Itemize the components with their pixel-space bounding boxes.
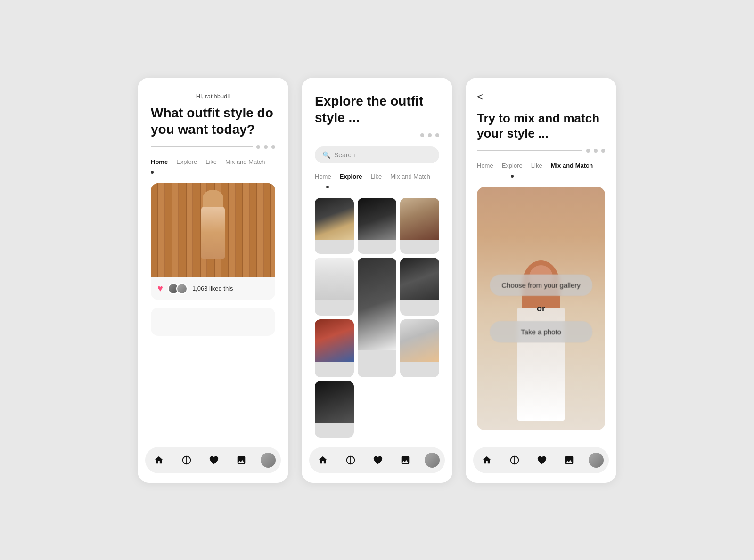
tab-indicator-explore xyxy=(162,171,165,174)
explore-nav-heart[interactable] xyxy=(369,452,386,469)
explore-title: Explore the outfit style ... xyxy=(315,93,439,126)
tab-mix-match[interactable]: Mix and Match xyxy=(225,158,265,167)
tab-indicator-mix xyxy=(185,171,188,174)
home-nav-tabs: Home Explore Like Mix and Match xyxy=(151,158,275,167)
outfit-likes: ♥ 1,063 liked this xyxy=(151,277,275,300)
photo-button[interactable]: Take a photo xyxy=(490,321,592,342)
search-label: Search xyxy=(334,151,355,159)
grid-item-6[interactable] xyxy=(400,258,439,316)
tab-explore-home[interactable]: Home xyxy=(315,173,331,182)
explore-nav-image[interactable] xyxy=(397,452,414,469)
mix-match-screen: < Try to mix and match your style ... Ho… xyxy=(466,78,616,483)
grid-item-2[interactable] xyxy=(358,198,397,254)
mix-actions: Choose from your gallery or Take a photo xyxy=(490,274,592,342)
explore-dot-2 xyxy=(428,133,432,137)
tab-indicator-home xyxy=(151,171,154,174)
explore-tab-indicators xyxy=(315,186,439,188)
grid-item-7[interactable] xyxy=(315,319,354,377)
grid-item-5[interactable] xyxy=(358,258,397,378)
grid-item-1[interactable] xyxy=(315,198,354,254)
tab-home[interactable]: Home xyxy=(151,158,168,167)
photo-button-label: Take a photo xyxy=(521,327,561,335)
outfit-card[interactable]: ♥ 1,063 liked this xyxy=(151,183,275,300)
mix-title: Try to mix and match your style ... xyxy=(477,111,605,141)
mix-nav-tabs: Home Explore Like Mix and Match xyxy=(477,162,605,171)
tab-mix-home[interactable]: Home xyxy=(477,162,493,171)
grid-image-3 xyxy=(400,198,439,240)
mix-nav-avatar[interactable] xyxy=(589,453,604,468)
mix-nav-image[interactable] xyxy=(561,452,578,469)
tab-mix-mix[interactable]: Mix and Match xyxy=(551,162,593,171)
mix-tab-dot-home xyxy=(477,175,480,178)
search-bar[interactable]: 🔍 Search xyxy=(315,146,439,163)
avatar-stack xyxy=(168,283,188,294)
mix-tab-dot-mix xyxy=(511,175,514,178)
gallery-button-label: Choose from your gallery xyxy=(501,281,581,289)
mix-nav-home[interactable] xyxy=(478,452,495,469)
home-title: What outfit style do you want today? xyxy=(151,105,275,138)
tab-mix-explore[interactable]: Explore xyxy=(502,162,523,171)
explore-tab-dot-home xyxy=(315,186,318,188)
mix-tab-dot-like xyxy=(500,175,502,178)
tab-explore-like[interactable]: Like xyxy=(370,173,382,182)
gallery-button[interactable]: Choose from your gallery xyxy=(490,274,592,296)
likes-count: 1,063 liked this xyxy=(192,285,233,292)
explore-tab-dot-explore xyxy=(326,186,329,188)
mix-divider-line xyxy=(477,150,582,151)
grid-item-4[interactable] xyxy=(315,258,354,316)
mix-nav-heart[interactable] xyxy=(533,452,550,469)
tab-explore-mix[interactable]: Mix and Match xyxy=(390,173,430,182)
grid-image-2 xyxy=(358,198,397,240)
dot-3 xyxy=(271,145,275,149)
nav-globe-icon[interactable] xyxy=(178,452,195,469)
nav-home-icon[interactable] xyxy=(150,452,167,469)
mix-nav-globe[interactable] xyxy=(506,452,523,469)
explore-nav-globe[interactable] xyxy=(342,452,359,469)
explore-divider xyxy=(315,133,439,137)
empty-card xyxy=(151,308,275,336)
tab-explore[interactable]: Explore xyxy=(176,158,197,167)
explore-nav-avatar[interactable] xyxy=(425,453,440,468)
explore-divider-line xyxy=(315,135,417,135)
grid-image-6 xyxy=(400,258,439,300)
mix-tab-indicators xyxy=(477,175,605,178)
nav-heart-icon[interactable] xyxy=(205,452,222,469)
back-button[interactable]: < xyxy=(477,91,492,103)
nav-image-icon[interactable] xyxy=(233,452,250,469)
home-bottom-nav xyxy=(145,447,281,473)
explore-nav-home[interactable] xyxy=(314,452,331,469)
explore-tab-dot-mix xyxy=(349,186,352,188)
divider xyxy=(151,145,275,149)
person-figure xyxy=(194,193,232,277)
tab-like[interactable]: Like xyxy=(205,158,217,167)
tab-indicator-row xyxy=(151,171,275,174)
or-separator: or xyxy=(537,303,545,313)
masonry-grid xyxy=(315,198,439,438)
grid-item-8[interactable] xyxy=(400,319,439,377)
explore-nav-tabs: Home Explore Like Mix and Match xyxy=(315,173,439,182)
heart-icon: ♥ xyxy=(157,283,163,294)
grid-image-4 xyxy=(315,258,354,300)
avatar-2 xyxy=(176,283,188,294)
nav-profile-avatar[interactable] xyxy=(261,453,276,468)
dot-2 xyxy=(264,145,268,149)
explore-bottom-nav xyxy=(309,447,445,473)
grid-image-9 xyxy=(315,381,354,423)
mix-bottom-nav xyxy=(473,447,609,473)
explore-tab-dot-like xyxy=(337,186,340,188)
explore-dot-1 xyxy=(420,133,424,137)
mix-dot-2 xyxy=(594,149,598,153)
greeting-text: Hi, ratihbudii xyxy=(151,93,275,100)
tab-indicator-like xyxy=(173,171,176,174)
grid-image-1 xyxy=(315,198,354,240)
tab-mix-like[interactable]: Like xyxy=(531,162,542,171)
explore-dot-3 xyxy=(435,133,439,137)
tab-explore-explore[interactable]: Explore xyxy=(340,173,362,182)
home-screen: Hi, ratihbudii What outfit style do you … xyxy=(138,78,288,483)
figure-head xyxy=(206,193,220,206)
grid-item-3[interactable] xyxy=(400,198,439,254)
grid-item-9[interactable] xyxy=(315,381,354,437)
mix-dot-3 xyxy=(601,149,605,153)
figure-hijab xyxy=(203,190,223,207)
grid-image-8 xyxy=(400,319,439,362)
